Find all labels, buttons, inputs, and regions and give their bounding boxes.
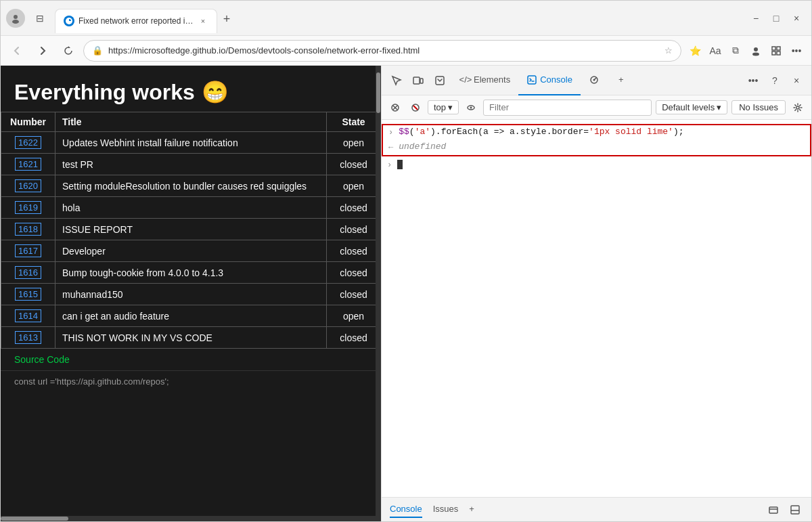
new-tab-button[interactable]: + [217, 10, 236, 29]
h-scrollbar-thumb[interactable] [1, 517, 68, 521]
console-toolbar: top ▾ Default levels ▾ No Issues [382, 95, 811, 120]
context-selector[interactable]: top ▾ [428, 100, 459, 114]
issue-number[interactable]: 1622 [15, 136, 41, 149]
forward-button[interactable] [32, 40, 53, 62]
lock-icon: 🔒 [92, 45, 103, 56]
table-row: 1613 THIS NOT WORK IN MY VS CODE closed [1, 327, 381, 349]
tab-more[interactable]: + [610, 66, 632, 95]
console-output: › $$('a').forEach(a => a.style.border='1… [382, 120, 811, 497]
devtools-close-button[interactable]: × [787, 71, 806, 90]
col-number: Number [1, 112, 55, 132]
url-text: https://microsoftedge.github.io/Demos/de… [108, 45, 659, 56]
collections-button[interactable] [767, 41, 786, 60]
url-bar[interactable]: 🔒 https://microsoftedge.github.io/Demos/… [83, 40, 681, 62]
more-options-button[interactable]: ••• [787, 41, 806, 60]
address-bar: 🔒 https://microsoftedge.github.io/Demos/… [1, 36, 811, 66]
issue-state-cell: closed [327, 262, 381, 284]
clear-console-button[interactable] [387, 100, 403, 116]
main-area: Everything works 😁 Number Title State 16… [1, 66, 811, 521]
issue-number[interactable]: 1616 [15, 266, 41, 279]
issue-number-cell: 1620 [1, 175, 55, 197]
active-tab[interactable]: Fixed network error reported in … × [55, 9, 217, 33]
console-input-line[interactable]: › [382, 158, 811, 171]
svg-point-24 [796, 106, 799, 109]
issue-number[interactable]: 1618 [15, 223, 41, 236]
issue-number[interactable]: 1621 [15, 158, 41, 171]
log-levels-selector[interactable]: Default levels ▾ [656, 100, 727, 114]
issue-title-cell: can i get an audio feature [55, 305, 327, 327]
inspect-element-button[interactable] [387, 71, 406, 90]
tab-close-button[interactable]: × [198, 16, 208, 26]
bottom-tab-issues[interactable]: Issues [433, 501, 459, 518]
undock-button[interactable] [765, 502, 782, 518]
issue-number[interactable]: 1617 [15, 244, 41, 257]
table-row: 1620 Setting moduleResolution to bundler… [1, 175, 381, 197]
issue-state-cell: closed [327, 219, 381, 240]
devtools-help-button[interactable]: ? [765, 71, 784, 90]
profile-button[interactable] [746, 41, 765, 60]
favorite-icon[interactable]: ☆ [664, 45, 673, 56]
table-row: 1617 Developer closed [1, 240, 381, 262]
svg-rect-26 [791, 506, 799, 514]
issue-number[interactable]: 1613 [15, 331, 41, 344]
filter-input[interactable] [483, 100, 652, 116]
tab-console[interactable]: Console [518, 66, 581, 95]
devtools-bottom-right [765, 502, 803, 518]
issue-number[interactable]: 1615 [15, 288, 41, 301]
svg-marker-3 [68, 46, 70, 48]
issue-number[interactable]: 1619 [15, 201, 41, 214]
tab-performance[interactable] [581, 66, 610, 95]
issue-state-cell: closed [327, 197, 381, 219]
profile-avatar[interactable] [6, 9, 25, 28]
issue-title-cell: ISSUE REPORT [55, 219, 327, 240]
device-toolbar-button[interactable] [409, 71, 428, 90]
refresh-button[interactable] [58, 40, 79, 62]
command-prompt: › [388, 128, 393, 137]
svg-rect-6 [772, 47, 775, 50]
split-view-button[interactable]: ⧉ [726, 41, 745, 60]
bottom-tab-console[interactable]: Console [390, 501, 422, 518]
svg-rect-7 [777, 47, 780, 50]
result-prompt: ← [388, 143, 393, 152]
restore-button[interactable]: □ [767, 9, 786, 28]
reading-view-button[interactable]: Aa [706, 41, 725, 60]
col-state: State [327, 112, 381, 132]
back-button[interactable] [6, 40, 28, 62]
levels-label: Default levels [662, 102, 715, 112]
console-settings-button[interactable] [790, 100, 806, 116]
svg-point-1 [12, 20, 19, 24]
elements-tab-icon[interactable] [430, 71, 449, 90]
issue-number-cell: 1617 [1, 240, 55, 262]
issue-title-cell: THIS NOT WORK IN MY VS CODE [55, 327, 327, 349]
eye-icon[interactable] [463, 100, 479, 116]
svg-line-21 [413, 106, 418, 110]
issue-state-cell: closed [327, 327, 381, 349]
dock-button[interactable] [787, 502, 803, 518]
page-content: Everything works 😁 Number Title State 16… [1, 66, 381, 516]
tab-elements[interactable]: </> Elements [452, 66, 518, 95]
table-row: 1618 ISSUE REPORT closed [1, 219, 381, 240]
source-code-link[interactable]: Source Code [1, 349, 381, 370]
devtools-more-button[interactable]: ••• [744, 71, 763, 90]
issue-title-cell: hola [55, 197, 327, 219]
block-filter-button[interactable] [407, 100, 424, 116]
issue-number-cell: 1622 [1, 132, 55, 154]
table-row: 1615 muhannad150 closed [1, 284, 381, 305]
v-scrollbar-thumb[interactable] [376, 72, 380, 113]
issue-number[interactable]: 1614 [15, 309, 41, 322]
devtools-tabs: </> Elements Console + [452, 66, 741, 95]
horizontal-scrollbar[interactable] [1, 516, 381, 521]
issue-number-cell: 1621 [1, 154, 55, 175]
minimize-button[interactable]: − [746, 9, 765, 28]
favorites-button[interactable]: ⭐ [685, 41, 704, 60]
sidebar-toggle-button[interactable]: ⊟ [30, 9, 49, 28]
issue-number[interactable]: 1620 [15, 179, 41, 192]
issue-number-cell: 1614 [1, 305, 55, 327]
no-issues-button[interactable]: No Issues [731, 100, 786, 114]
bottom-tab-add[interactable]: + [469, 501, 474, 518]
vertical-scrollbar[interactable] [376, 66, 381, 521]
issue-number-cell: 1618 [1, 219, 55, 240]
devtools-panel: </> Elements Console + [381, 66, 811, 521]
close-button[interactable]: × [787, 9, 806, 28]
table-row: 1619 hola closed [1, 197, 381, 219]
